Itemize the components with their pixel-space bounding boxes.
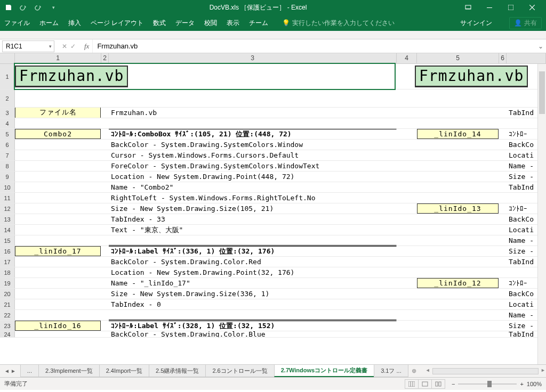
- row-header[interactable]: 21: [0, 299, 15, 309]
- sheet-nav[interactable]: ◄►: [0, 365, 20, 377]
- zoom-in-icon[interactable]: +: [520, 381, 523, 387]
- cell[interactable]: [417, 140, 499, 150]
- cell[interactable]: [101, 321, 109, 331]
- cell[interactable]: ForeColor - System.Drawing.SystemColors.…: [109, 161, 397, 171]
- cell[interactable]: [109, 310, 397, 320]
- cell[interactable]: [101, 289, 109, 299]
- row-header[interactable]: 7: [0, 150, 15, 160]
- minimize-icon[interactable]: [479, 0, 500, 15]
- row-header[interactable]: 9: [0, 172, 15, 182]
- cell[interactable]: [397, 267, 417, 277]
- cell[interactable]: [499, 235, 507, 246]
- cell[interactable]: [101, 310, 109, 320]
- row-header[interactable]: 5: [0, 129, 15, 139]
- cell[interactable]: [417, 321, 499, 331]
- cell[interactable]: [109, 235, 397, 246]
- cell[interactable]: [417, 214, 499, 224]
- undo-icon[interactable]: [18, 2, 29, 13]
- cell[interactable]: [101, 129, 109, 139]
- sheet-tab[interactable]: 2.5継承情報一覧: [149, 365, 206, 377]
- cell[interactable]: [101, 108, 109, 118]
- close-icon[interactable]: [521, 0, 543, 15]
- cell[interactable]: [397, 278, 417, 288]
- col-header[interactable]: 4: [397, 53, 417, 63]
- cell[interactable]: TabIndex - 33: [109, 214, 397, 224]
- row-header[interactable]: 3: [0, 108, 15, 118]
- sheet-tab-ellipsis[interactable]: ...: [20, 365, 39, 377]
- cell[interactable]: Cursor - System.Windows.Forms.Cursors.De…: [109, 150, 397, 160]
- col-header[interactable]: 1: [15, 53, 101, 63]
- cell[interactable]: BackColor - System.Drawing.SystemColors.…: [109, 140, 397, 150]
- tab-data[interactable]: データ: [175, 15, 195, 31]
- ribbon-options-icon[interactable]: [457, 0, 479, 15]
- cell[interactable]: [101, 246, 109, 256]
- cell[interactable]: [101, 140, 109, 150]
- cell[interactable]: [417, 299, 499, 309]
- cell[interactable]: [109, 89, 397, 107]
- share-button[interactable]: 👤 共有: [509, 17, 542, 29]
- cell[interactable]: [15, 161, 101, 171]
- vertical-scrollbar[interactable]: [537, 64, 546, 364]
- cell[interactable]: [15, 140, 101, 150]
- cell[interactable]: [499, 257, 507, 267]
- cell[interactable]: [499, 299, 507, 309]
- formula-input[interactable]: Frmzuhan.vb: [92, 39, 535, 53]
- col-header[interactable]: 3: [109, 53, 397, 63]
- cell[interactable]: [499, 161, 507, 171]
- cell[interactable]: [499, 150, 507, 160]
- zoom-control[interactable]: − + 100%: [452, 381, 542, 387]
- cell[interactable]: [15, 257, 101, 267]
- row-header[interactable]: 18: [0, 267, 15, 277]
- cell[interactable]: [101, 299, 109, 309]
- cell[interactable]: [417, 235, 499, 246]
- cell[interactable]: [101, 89, 109, 107]
- cell[interactable]: [397, 257, 417, 267]
- sheet-tab[interactable]: 2.4Import一覧: [99, 365, 149, 377]
- cell[interactable]: [397, 203, 417, 214]
- pagebreak-view-icon[interactable]: [431, 379, 445, 389]
- cell[interactable]: Combo2: [15, 129, 101, 139]
- cell[interactable]: BackColor - System.Drawing.Color.Blue: [109, 331, 397, 337]
- tab-view[interactable]: 表示: [227, 15, 239, 31]
- cell[interactable]: [499, 278, 507, 288]
- cell[interactable]: [397, 214, 417, 224]
- cell[interactable]: [397, 235, 417, 246]
- cell[interactable]: [15, 235, 101, 246]
- cell[interactable]: [15, 214, 101, 224]
- cell[interactable]: [15, 331, 101, 337]
- cell[interactable]: Location - New System.Drawing.Point(448,…: [109, 172, 397, 182]
- zoom-slider[interactable]: [458, 383, 517, 385]
- cell[interactable]: [397, 193, 417, 203]
- row-header[interactable]: 14: [0, 225, 15, 235]
- cell[interactable]: [101, 172, 109, 182]
- cell[interactable]: [15, 89, 101, 107]
- cell[interactable]: [101, 118, 109, 128]
- maximize-icon[interactable]: [500, 0, 521, 15]
- qat-dropdown-icon[interactable]: ▾: [48, 2, 59, 13]
- cell[interactable]: Frmzuhan.vb: [415, 64, 544, 89]
- row-header[interactable]: 6: [0, 140, 15, 150]
- save-icon[interactable]: [3, 2, 14, 13]
- cell[interactable]: [101, 267, 109, 277]
- cell[interactable]: [397, 108, 417, 118]
- cell[interactable]: [397, 140, 417, 150]
- col-header[interactable]: 2: [101, 53, 109, 63]
- cell[interactable]: [101, 225, 109, 235]
- cell[interactable]: [499, 321, 507, 331]
- cell[interactable]: [417, 310, 499, 320]
- horizontal-scrollbar[interactable]: [421, 365, 546, 377]
- confirm-icon[interactable]: ✓: [70, 43, 76, 50]
- cell[interactable]: [397, 89, 417, 107]
- cell[interactable]: [417, 331, 499, 337]
- row-header[interactable]: 13: [0, 214, 15, 224]
- cell[interactable]: [397, 129, 417, 139]
- row-header[interactable]: 23: [0, 321, 15, 331]
- cell[interactable]: Text - "東京、大阪": [109, 225, 397, 235]
- row-header[interactable]: 20: [0, 289, 15, 299]
- cell[interactable]: [499, 108, 507, 118]
- fx-icon[interactable]: fx: [81, 42, 92, 51]
- sign-in[interactable]: サインイン: [460, 19, 492, 28]
- row-header[interactable]: 19: [0, 278, 15, 288]
- cell[interactable]: ｺﾝﾄﾛｰﾙ:ComboBox ｻｲｽﾞ:(105, 21) 位置:(448, …: [109, 129, 397, 139]
- cell[interactable]: [15, 193, 101, 203]
